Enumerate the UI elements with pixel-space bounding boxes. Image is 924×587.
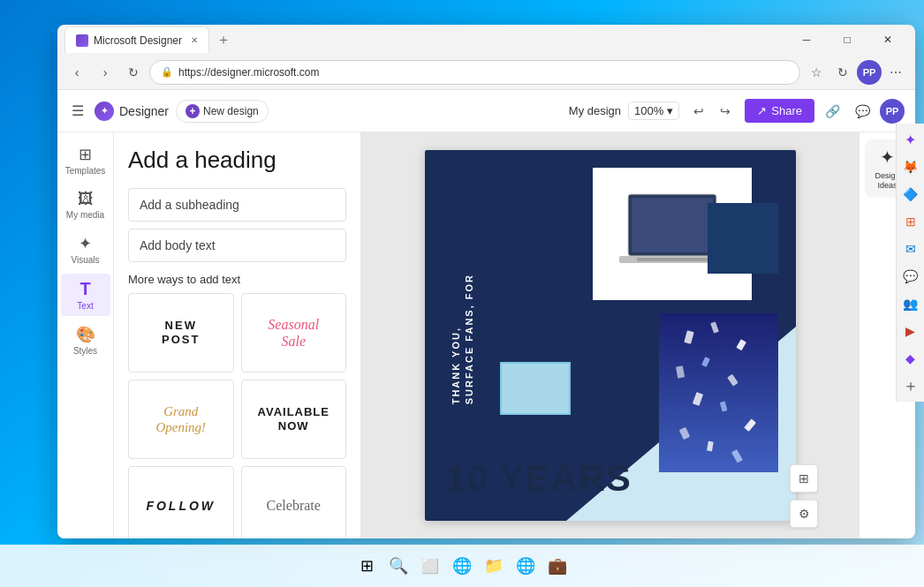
text-style-follow[interactable]: FOLLOW <box>128 466 234 538</box>
task-view-button[interactable]: ⬜ <box>416 552 444 580</box>
header-right-controls: ↗ Share 🔗 💬 PP <box>745 99 905 124</box>
zoom-control[interactable]: 100% ▾ <box>628 102 679 120</box>
design-ideas-icon: ✦ <box>880 147 895 168</box>
start-button[interactable]: ⊞ <box>352 552 381 580</box>
text-style-available-now[interactable]: AVAILABLENOW <box>241 380 347 459</box>
copilot-icon[interactable]: ✦ <box>898 127 923 152</box>
left-sidebar: ⊞ Templates 🖼 My media ✦ Visuals T Text … <box>57 132 114 538</box>
minimize-button[interactable]: ─ <box>786 25 827 55</box>
seasonal-sale-text: SeasonalSale <box>268 316 319 350</box>
new-tab-button[interactable]: ＋ <box>211 27 236 52</box>
svg-rect-4 <box>637 258 708 261</box>
more-ways-label: More ways to add text <box>128 273 346 286</box>
teams-taskbar-icon[interactable]: 💼 <box>543 552 572 580</box>
app-header: ☰ ✦ Designer + New design My design 100%… <box>57 90 915 132</box>
canvas-blue-square <box>708 203 778 274</box>
navigation-bar: ‹ › ↻ 🔒 https://designer.microsoft.com ☆… <box>57 55 915 90</box>
sidebar-item-templates[interactable]: ⊞ Templates <box>61 139 110 181</box>
panel-heading[interactable]: Add a heading <box>128 147 346 174</box>
body-text-option[interactable]: Add body text <box>128 229 346 262</box>
ext-icon-2[interactable]: 🔷 <box>898 182 923 207</box>
share-button[interactable]: ↗ Share <box>745 99 814 123</box>
browser-window: Microsoft Designer ✕ ＋ ─ □ ✕ ‹ › ↻ 🔒 htt… <box>57 25 915 538</box>
add-extension-button[interactable]: ＋ <box>898 373 923 398</box>
undo-button[interactable]: ↩ <box>686 99 711 124</box>
app-name: Designer <box>119 104 169 118</box>
ext-icon-7[interactable]: ▶ <box>898 319 923 343</box>
celebrate-text: Celebrate <box>267 498 321 514</box>
forward-button[interactable]: › <box>93 60 117 85</box>
comment-icon[interactable]: 💬 <box>850 99 875 124</box>
ext-icon-3[interactable]: ⊞ <box>898 209 923 234</box>
new-design-button[interactable]: + New design <box>176 100 269 123</box>
user-avatar-header[interactable]: PP <box>880 99 905 124</box>
nav-right-icons: ☆ ↻ PP ⋯ <box>804 60 908 85</box>
design-canvas[interactable]: THANK YOU, SURFACE FANS, FOR <box>425 150 796 521</box>
edge-taskbar-icon[interactable]: 🌐 <box>448 552 476 580</box>
text-label: Text <box>77 301 93 311</box>
maximize-button[interactable]: □ <box>827 25 867 55</box>
hamburger-menu[interactable]: ☰ <box>68 99 87 123</box>
ext-icon-8[interactable]: ◆ <box>898 346 923 371</box>
subheading-option[interactable]: Add a subheading <box>128 188 346 222</box>
tab-close-button[interactable]: ✕ <box>191 35 198 45</box>
available-now-text: AVAILABLENOW <box>258 405 329 433</box>
canvas-light-square <box>500 362 571 415</box>
sidebar-item-visuals[interactable]: ✦ Visuals <box>61 229 110 270</box>
main-content: ⊞ Templates 🖼 My media ✦ Visuals T Text … <box>57 132 915 538</box>
text-styles-grid: NEWPOST SeasonalSale GrandOpening! AVAIL… <box>128 293 346 538</box>
sidebar-item-styles[interactable]: 🎨 Styles <box>61 320 110 361</box>
new-design-label: New design <box>203 105 259 117</box>
file-explorer-icon[interactable]: 📁 <box>480 552 508 580</box>
redo-button[interactable]: ↪ <box>713 99 738 124</box>
text-style-celebrate[interactable]: Celebrate <box>241 466 347 538</box>
ext-icon-6[interactable]: 👥 <box>898 291 923 316</box>
follow-text: FOLLOW <box>146 499 216 513</box>
favorites-icon[interactable]: ☆ <box>804 60 829 85</box>
address-bar[interactable]: 🔒 https://designer.microsoft.com <box>149 60 800 85</box>
app-logo: ✦ Designer <box>95 102 169 121</box>
ext-icon-4[interactable]: ✉ <box>898 237 923 261</box>
sidebar-item-my-media[interactable]: 🖼 My media <box>61 184 110 225</box>
sidebar-item-text[interactable]: T Text <box>61 274 110 316</box>
my-media-label: My media <box>66 210 104 220</box>
visuals-label: Visuals <box>71 255 99 265</box>
ext-icon-5[interactable]: 💬 <box>898 264 923 289</box>
zoom-dropdown-icon: ▾ <box>667 104 673 117</box>
canvas-thank-you-text: THANK YOU, SURFACE FANS, FOR <box>450 274 477 404</box>
my-media-icon: 🖼 <box>78 190 94 208</box>
templates-icon: ⊞ <box>79 145 92 164</box>
back-button[interactable]: ‹ <box>64 60 89 85</box>
more-options-icon[interactable]: ⋯ <box>883 60 908 85</box>
undo-redo-controls: ↩ ↪ <box>686 99 738 124</box>
url-text: https://designer.microsoft.com <box>178 66 319 79</box>
text-style-seasonal-sale[interactable]: SeasonalSale <box>241 293 347 373</box>
text-style-new-post[interactable]: NEWPOST <box>128 293 234 373</box>
window-controls: ─ □ ✕ <box>786 25 908 55</box>
edge-extensions-sidebar: ✦ 🦊 🔷 ⊞ ✉ 💬 👥 ▶ ◆ ＋ <box>896 124 924 402</box>
styles-icon: 🎨 <box>76 325 95 344</box>
text-style-grand-opening[interactable]: GrandOpening! <box>128 380 234 459</box>
share-icon: ↗ <box>757 104 767 117</box>
ext-icon-1[interactable]: 🦊 <box>898 154 923 179</box>
link-icon[interactable]: 🔗 <box>820 99 844 124</box>
reload-button[interactable]: ↻ <box>121 60 146 85</box>
tab-favicon <box>76 34 88 47</box>
search-taskbar-button[interactable]: 🔍 <box>384 552 413 580</box>
windows-taskbar: ⊞ 🔍 ⬜ 🌐 📁 🌐 💼 <box>0 545 924 587</box>
lock-icon: 🔒 <box>161 66 173 78</box>
tab-title: Microsoft Designer <box>94 34 182 47</box>
design-name[interactable]: My design <box>569 104 621 117</box>
designer-logo-icon: ✦ <box>95 102 114 121</box>
close-button[interactable]: ✕ <box>867 25 908 55</box>
grand-opening-text: GrandOpening! <box>155 403 206 435</box>
canvas-area: THANK YOU, SURFACE FANS, FOR <box>361 132 859 538</box>
visuals-icon: ✦ <box>79 234 92 253</box>
text-icon: T <box>80 279 90 299</box>
text-panel: Add a heading Add a subheading Add body … <box>114 132 361 538</box>
chrome-icon[interactable]: 🌐 <box>511 552 540 580</box>
user-avatar[interactable]: PP <box>857 60 882 85</box>
refresh-icon[interactable]: ↻ <box>830 60 855 85</box>
active-tab[interactable]: Microsoft Designer ✕ <box>64 26 209 53</box>
templates-label: Templates <box>65 166 106 176</box>
